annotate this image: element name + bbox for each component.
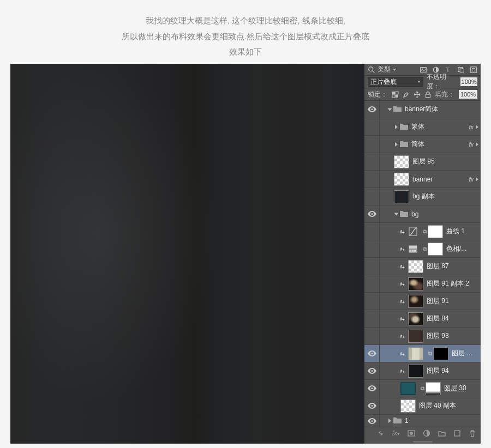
visibility-toggle[interactable]: [364, 153, 380, 170]
layer-thumb[interactable]: [408, 277, 423, 290]
layer-name[interactable]: 图层 94: [427, 366, 481, 376]
layer-thumb[interactable]: [408, 312, 423, 325]
layer-body[interactable]: 图层 40 副本: [380, 397, 481, 414]
layer-body[interactable]: 图层 95: [380, 153, 481, 170]
layer-name[interactable]: bg: [411, 210, 481, 218]
layer-name[interactable]: 图层 93: [427, 331, 481, 341]
add-adjustment-icon[interactable]: [423, 429, 430, 437]
layer-name[interactable]: 图层 91 副本 2: [427, 279, 481, 288]
layer-body[interactable]: bg 副本: [380, 188, 481, 205]
fx-expand-icon[interactable]: [476, 125, 478, 129]
lock-all-icon[interactable]: [424, 91, 432, 98]
layer-body[interactable]: 图层 93: [380, 328, 481, 344]
layer-body[interactable]: 图层 94: [380, 362, 481, 379]
filter-type-select[interactable]: 类型: [378, 65, 396, 74]
link-layers-icon[interactable]: [377, 429, 385, 437]
layer-name[interactable]: 曲线 1: [446, 227, 481, 236]
visibility-toggle[interactable]: [364, 328, 380, 344]
layer-name[interactable]: 1: [405, 417, 481, 425]
layer-thumb[interactable]: [394, 190, 409, 203]
layer-row[interactable]: 图层 91: [364, 293, 481, 310]
layer-name[interactable]: 图层 ...: [452, 349, 481, 358]
layer-thumb[interactable]: [408, 295, 423, 308]
lock-move-icon[interactable]: [414, 91, 421, 98]
fx-indicator[interactable]: fx: [469, 124, 474, 130]
layer-name[interactable]: 图层 95: [412, 157, 481, 166]
layer-body[interactable]: bannerfx: [380, 171, 481, 187]
fx-expand-icon[interactable]: [476, 177, 478, 181]
layer-row[interactable]: ⧉图层 30: [364, 380, 481, 397]
visibility-toggle[interactable]: [364, 258, 380, 275]
visibility-toggle[interactable]: [364, 380, 380, 397]
layer-name[interactable]: 图层 84: [427, 314, 481, 323]
layer-row[interactable]: ⧉图层 ...: [364, 345, 481, 362]
layer-row[interactable]: 图层 84: [364, 310, 481, 328]
layer-mask-thumb[interactable]: [428, 243, 443, 256]
layer-thumb[interactable]: [408, 365, 423, 378]
twisty-icon[interactable]: [388, 108, 392, 111]
layer-row[interactable]: bannerfx: [364, 171, 481, 188]
layer-row[interactable]: 图层 40 副本: [364, 397, 481, 415]
visibility-toggle[interactable]: [364, 275, 380, 292]
layer-body[interactable]: ⧉图层 30: [380, 380, 481, 397]
visibility-toggle[interactable]: [364, 415, 380, 427]
layer-row[interactable]: 繁体fx: [364, 118, 481, 136]
layer-mask-thumb[interactable]: [426, 382, 441, 395]
visibility-toggle[interactable]: [364, 101, 380, 118]
visibility-toggle[interactable]: [364, 188, 380, 205]
fx-expand-icon[interactable]: [476, 142, 478, 147]
layer-row[interactable]: 1: [364, 415, 481, 427]
layer-row[interactable]: 图层 87: [364, 258, 481, 275]
layer-body[interactable]: 图层 84: [380, 310, 481, 327]
layer-name[interactable]: 图层 30: [444, 384, 481, 393]
layer-row[interactable]: 图层 93: [364, 328, 481, 345]
layer-thumb[interactable]: [400, 382, 416, 395]
layer-body[interactable]: ⧉图层 ...: [380, 345, 481, 362]
layer-name[interactable]: 图层 87: [427, 262, 481, 271]
visibility-toggle[interactable]: [364, 205, 380, 222]
lock-brush-icon[interactable]: [403, 91, 410, 98]
layer-fx-button[interactable]: fx▾: [392, 429, 400, 437]
twisty-icon[interactable]: [388, 419, 391, 423]
layer-thumb[interactable]: [394, 173, 409, 186]
fill-input[interactable]: 100%: [459, 90, 477, 99]
layer-body[interactable]: 图层 91 副本 2: [380, 275, 481, 292]
layer-name[interactable]: 图层 91: [427, 296, 481, 306]
visibility-toggle[interactable]: [364, 240, 380, 257]
layer-name[interactable]: banner: [412, 175, 469, 183]
layer-row[interactable]: 图层 94: [364, 362, 481, 380]
layer-thumb[interactable]: [394, 155, 409, 168]
layer-name[interactable]: 简体: [411, 140, 469, 149]
layer-thumb[interactable]: [400, 399, 416, 413]
layer-body[interactable]: bg: [380, 205, 481, 222]
layer-mask-thumb[interactable]: [428, 225, 443, 238]
opacity-input[interactable]: 100%: [460, 77, 477, 86]
layer-row[interactable]: bg 副本: [364, 188, 481, 205]
layer-name[interactable]: 色相/...: [446, 244, 481, 253]
visibility-toggle[interactable]: [364, 171, 380, 187]
layer-body[interactable]: ⧉曲线 1: [380, 223, 481, 240]
visibility-toggle[interactable]: [364, 345, 380, 362]
twisty-icon[interactable]: [395, 125, 398, 129]
blend-mode-select[interactable]: 正片叠底: [368, 77, 423, 87]
layer-row[interactable]: ⧉色相/...: [364, 240, 481, 258]
layer-body[interactable]: 1: [380, 415, 481, 427]
filter-pixel-icon[interactable]: [420, 66, 427, 74]
layer-name[interactable]: bg 副本: [412, 192, 481, 201]
layer-name[interactable]: 繁体: [411, 122, 469, 131]
filter-shape-icon[interactable]: [457, 66, 465, 74]
layer-row[interactable]: ⧉曲线 1: [364, 223, 481, 240]
layer-thumb[interactable]: [408, 260, 423, 273]
visibility-toggle[interactable]: [364, 397, 380, 414]
twisty-icon[interactable]: [394, 213, 399, 215]
layer-body[interactable]: 图层 91: [380, 293, 481, 310]
layer-thumb[interactable]: [408, 347, 423, 360]
layer-thumb[interactable]: [408, 330, 423, 343]
layer-body[interactable]: ⧉色相/...: [380, 240, 481, 257]
fx-indicator[interactable]: fx: [469, 141, 474, 148]
layer-mask-icon[interactable]: [408, 429, 415, 437]
layer-body[interactable]: 图层 87: [380, 258, 481, 275]
layer-name[interactable]: banner简体: [405, 105, 481, 114]
layer-body[interactable]: 繁体fx: [380, 118, 481, 135]
new-layer-icon[interactable]: [453, 429, 461, 437]
